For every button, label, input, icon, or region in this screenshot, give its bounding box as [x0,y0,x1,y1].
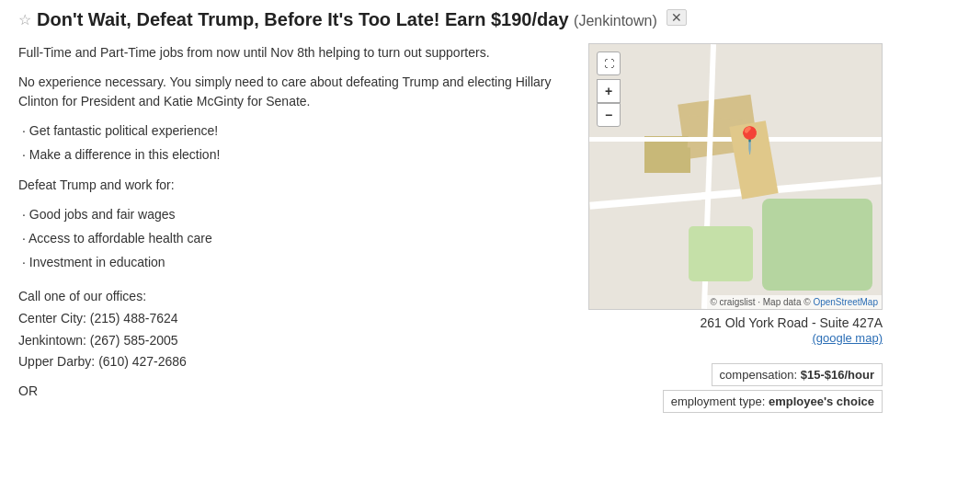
map-park-1 [762,199,872,291]
employment-label: employment type: [671,394,766,408]
map-pin-icon: 📍 [734,125,766,155]
address-line-1: 261 Old York Road - Suite 427A [588,315,883,330]
title-location: (Jenkintown) [574,13,657,29]
paragraph-1: Full-Time and Part-Time jobs from now un… [18,43,570,63]
map-zoom-out-button[interactable]: − [597,103,621,127]
paragraph-2: No experience necessary. You simply need… [18,73,570,112]
map-container[interactable]: 📍 ⛶ + − © craigslist · Map data © OpenSt… [588,43,883,310]
bullet-5: · Investment in education [18,253,570,273]
map-building-2 [644,136,690,173]
star-icon[interactable]: ☆ [18,11,31,29]
contact-1: Center City: (215) 488-7624 [18,309,570,329]
employment-value: employee's choice [769,394,874,408]
contact-section: Call one of our offices: Center City: (2… [18,287,570,372]
map-controls: ⛶ + − [597,51,621,127]
compensation-label: compensation: [720,368,798,382]
map-attribution: © craigslist · Map data © OpenStreetMap [706,295,882,309]
map-park-2 [689,226,753,281]
contact-2: Jenkintown: (267) 585-2005 [18,331,570,351]
contact-3: Upper Darby: (610) 427-2686 [18,352,570,372]
map-zoom-in-button[interactable]: + [597,79,621,103]
map-address: 261 Old York Road - Suite 427A (google m… [588,315,883,345]
osm-link[interactable]: OpenStreetMap [813,297,878,307]
content-area: Full-Time and Part-Time jobs from now un… [18,43,570,411]
map-expand-button[interactable]: ⛶ [597,51,621,75]
section-header: Defeat Trump and work for: [18,176,570,196]
map-area: 📍 ⛶ + − © craigslist · Map data © OpenSt… [588,43,883,413]
bullet-2: · Make a difference in this election! [18,145,570,166]
close-button[interactable]: ✕ [667,9,687,26]
compensation-box: compensation: $15-$16/hour [712,363,883,386]
contact-header: Call one of our offices: [18,287,570,307]
page-title: Don't Wait, Defeat Trump, Before It's To… [37,9,657,30]
bullet-4: · Access to affordable health care [18,229,570,249]
compensation-value: $15-$16/hour [801,368,874,382]
title-main: Don't Wait, Defeat Trump, Before It's To… [37,9,569,29]
employment-box: employment type: employee's choice [663,390,883,413]
info-boxes: compensation: $15-$16/hour employment ty… [588,354,883,413]
or-text: OR [18,382,570,402]
google-map-link[interactable]: (google map) [812,331,883,345]
bullet-3: · Good jobs and fair wages [18,205,570,225]
bullet-1: · Get fantastic political experience! [18,121,570,142]
